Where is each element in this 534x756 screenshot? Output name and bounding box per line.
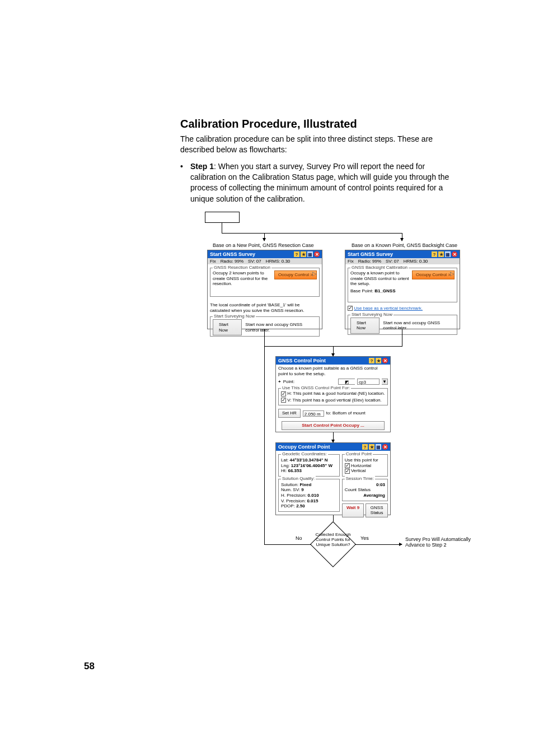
close-icon[interactable]: ✕ [452, 251, 457, 257]
help-icon[interactable]: ? [362, 444, 368, 450]
point-input[interactable]: cp3 [357, 379, 380, 385]
app-a-body-text: Occupy 2 known points to create GNSS con… [213, 270, 272, 287]
bullet-step1: • Step 1: When you start a survey, Surve… [180, 161, 451, 204]
start-occupy-button[interactable]: Start Control Point Occupy ... [282, 421, 385, 430]
app-b-titlebar: Start GNSS Survey ? ★ ▦ ✕ [345, 250, 460, 258]
numsv-label: Num. SV: [281, 487, 300, 492]
close-icon[interactable]: ✕ [382, 444, 388, 450]
lat-label: Lat: [281, 458, 288, 463]
connector-arrow [333, 346, 334, 356]
help-icon[interactable]: ? [294, 251, 299, 257]
app-c-title: GNSS Control Point [278, 358, 326, 363]
occupy-control-button[interactable]: Occupy Control > [412, 270, 455, 279]
map-icon[interactable]: ▦ [445, 251, 451, 257]
pdop-value: 2.50 [296, 503, 305, 508]
close-icon[interactable]: ✕ [382, 358, 388, 363]
app-b-window: Start GNSS Survey ? ★ ▦ ✕ Fix Radio: 99%… [345, 250, 460, 329]
star-icon[interactable]: ★ [438, 251, 444, 257]
use-point-for: Use this point for [345, 458, 385, 463]
chevron-icon[interactable]: ▷ [312, 270, 317, 277]
connector [264, 346, 265, 544]
hprec-label: H. Precision: [281, 493, 306, 498]
ht-value: 66.353 [288, 468, 301, 473]
close-icon[interactable]: ✕ [314, 251, 320, 257]
map-icon[interactable]: ▦ [376, 444, 381, 450]
status-hrms: HRMS: 0.30 [266, 259, 291, 264]
app-b-start-note: Start now and occupy GNSS control later. [383, 320, 455, 331]
status-fix: Fix [210, 259, 216, 264]
caption-left: Base on a New Point, GNSS Resection Case [213, 242, 314, 248]
session-value: 0:03 [345, 482, 385, 488]
point-label: Point: [283, 379, 294, 385]
connector-arrow [264, 233, 265, 241]
pdop-label: PDOP: [281, 503, 295, 508]
status-hrms: HRMS: 0.30 [404, 259, 428, 264]
solution-label: Solution: [281, 482, 298, 487]
start-box [205, 212, 240, 223]
app-c-titlebar: GNSS Control Point ? ★ ✕ [276, 357, 390, 365]
app-b-start-legend: Start Surveying Now [350, 312, 394, 318]
base-point-label: Base Point: [350, 288, 373, 293]
app-d-title: Occupy Control Point [278, 444, 330, 450]
start-now-button[interactable]: Start Now [350, 318, 380, 334]
vprec-value: 0.015 [307, 498, 318, 503]
status-sv: SV: 07 [248, 259, 261, 264]
app-a-statusbar: Fix Radio: 99% SV: 07 HRMS: 0.30 [208, 258, 322, 264]
app-c-window: GNSS Control Point ? ★ ✕ Choose a known … [275, 356, 391, 432]
connector [264, 544, 311, 545]
help-icon[interactable]: ? [369, 358, 374, 363]
hprec-value: 0.010 [308, 493, 319, 498]
caption-right: Base on a Known Point, GNSS Backsight Ca… [352, 242, 457, 248]
numsv-value: 9 [301, 487, 303, 492]
map-icon[interactable]: ▦ [307, 251, 313, 257]
horizontal-label: Horizontal [351, 463, 371, 468]
v-checkbox[interactable] [281, 398, 286, 403]
ht-label: Ht: [281, 468, 287, 473]
star-icon[interactable]: ★ [301, 251, 306, 257]
status-radio: Radio: 99% [358, 259, 381, 264]
star-icon[interactable]: ★ [376, 358, 381, 363]
status-radio: Radio: 99% [221, 259, 243, 264]
lng-value: 123°16'06.40045" W [291, 463, 332, 468]
star-icon[interactable]: ★ [369, 444, 374, 450]
wait-button[interactable]: Wait 9 [342, 503, 364, 517]
status-sv: SV: 07 [386, 259, 399, 264]
yes-label: Yes [360, 535, 369, 541]
heading: Calibration Procedure, Illustrated [180, 118, 451, 130]
app-b-statusbar: Fix Radio: 99% SV: 07 HRMS: 0.30 [345, 258, 460, 264]
geo-legend: Geodetic Coordinates: [281, 451, 328, 457]
app-b-body-text: Occupy a known point to create GNSS cont… [350, 270, 410, 287]
v-text: This point has a good vertical (Elev) lo… [293, 398, 382, 403]
use-base-link[interactable]: Use base as a vertical benchmark. [354, 306, 423, 311]
set-hr-button[interactable]: Set HR [278, 409, 301, 418]
h-checkbox[interactable] [281, 391, 286, 396]
flowchart: Base on a New Point, GNSS Resection Case… [205, 212, 478, 564]
app-a-group-legend: GNSS Resection Calibration [213, 265, 271, 270]
vertical-checkbox[interactable] [345, 469, 350, 474]
connector-arrow [355, 544, 402, 545]
step-text: : When you start a survey, Survey Pro wi… [190, 162, 449, 203]
status-fix: Fix [348, 259, 354, 264]
app-c-intro: Choose a known point suitable as a GNSS … [278, 366, 388, 376]
app-a-start-note: Start now and occupy GNSS control later. [245, 322, 317, 333]
advance-text: Survey Pro Will Automatically Advance to… [405, 536, 472, 548]
h-label: H: [287, 391, 292, 396]
h-text: This point has a good horizontal (NE) lo… [293, 391, 385, 396]
vprec-label: V. Precision: [281, 498, 306, 503]
diamond-decision: Collected Enough Control Points for Uniq… [311, 525, 355, 563]
use-for-legend: Use This GNSS Control Point For: [281, 385, 351, 391]
occupy-control-button[interactable]: Occupy Control > [274, 270, 317, 279]
app-a-titlebar: Start GNSS Survey ? ★ ▦ ✕ [208, 250, 322, 258]
step-label: Step 1 [190, 162, 214, 171]
use-base-checkbox[interactable] [348, 306, 353, 311]
gnss-status-button[interactable]: GNSS Status [366, 503, 388, 517]
help-icon[interactable]: ? [432, 251, 437, 257]
start-now-button[interactable]: Start Now [213, 319, 242, 335]
v-label: V: [287, 398, 291, 403]
app-a-start-legend: Start Surveying Now [213, 314, 256, 319]
point-dropdown[interactable]: ▼ [382, 379, 388, 385]
chevron-icon[interactable]: ▷ [450, 270, 455, 277]
hr-input[interactable]: 2.050 m [303, 410, 324, 417]
point-icon-button[interactable]: ◩ [338, 379, 355, 385]
page-number: 58 [84, 661, 95, 672]
